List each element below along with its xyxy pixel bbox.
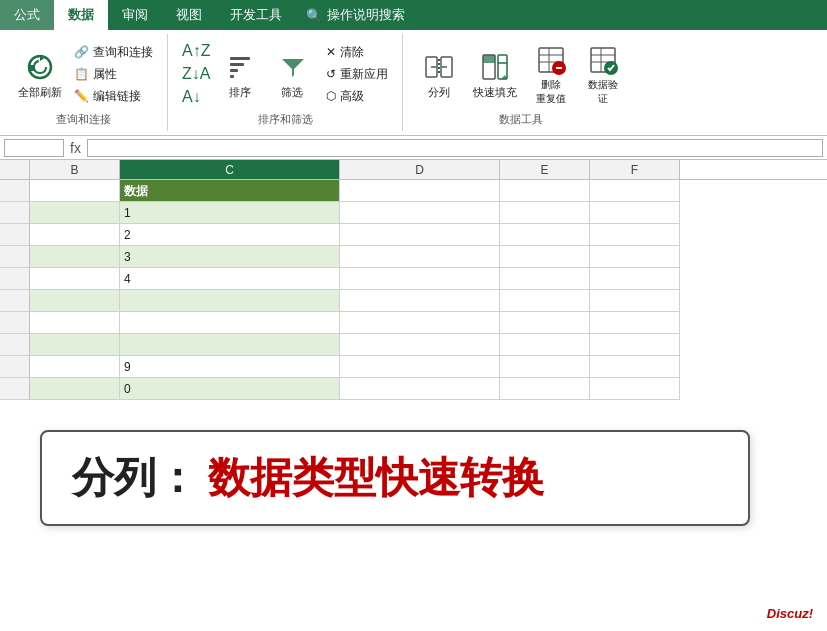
refresh-icon (22, 49, 58, 85)
btn-reapply[interactable]: ↺ 重新应用 (322, 64, 392, 85)
cell-f-7[interactable] (590, 334, 680, 356)
cell-e-6[interactable] (500, 312, 590, 334)
corner-spacer (0, 160, 30, 179)
cell-d-header[interactable] (340, 180, 500, 202)
tab-data[interactable]: 数据 (54, 0, 108, 30)
sort-az-col: A↑Z Z↓A A↓ (178, 40, 214, 108)
cell-f-2[interactable] (590, 224, 680, 246)
cell-f-1[interactable] (590, 202, 680, 224)
btn-quick-fill[interactable]: 快速填充 (465, 45, 525, 104)
cell-b-10[interactable] (30, 378, 120, 400)
group-data-tools-content: 分列 快速填充 (413, 38, 629, 110)
discuz-prefix: Discuz (767, 606, 809, 621)
filter-icon (274, 49, 310, 85)
col-header-b[interactable]: B (30, 160, 120, 179)
col-header-d[interactable]: D (340, 160, 500, 179)
cell-d-2[interactable] (340, 224, 500, 246)
cell-f-9[interactable] (590, 356, 680, 378)
cell-f-header[interactable] (590, 180, 680, 202)
cell-c-header[interactable]: 数据 (120, 180, 340, 202)
row-num (0, 312, 30, 334)
properties-icon: 📋 (74, 67, 89, 81)
btn-advanced[interactable]: ⬡ 高级 (322, 86, 392, 107)
cell-c-7[interactable] (120, 334, 340, 356)
cell-d-4[interactable] (340, 268, 500, 290)
cell-b-5[interactable] (30, 290, 120, 312)
cell-d-6[interactable] (340, 312, 500, 334)
cell-c-10[interactable]: 0 (120, 378, 340, 400)
cell-e-4[interactable] (500, 268, 590, 290)
cell-d-10[interactable] (340, 378, 500, 400)
cell-c-9[interactable]: 9 (120, 356, 340, 378)
group-query-content: 全部刷新 🔗 查询和连接 📋 属性 ✏️ 编辑链接 (10, 38, 157, 110)
cell-e-2[interactable] (500, 224, 590, 246)
cell-f-3[interactable] (590, 246, 680, 268)
cell-b-3[interactable] (30, 246, 120, 268)
btn-query-connect[interactable]: 🔗 查询和连接 (70, 42, 157, 63)
cell-b-6[interactable] (30, 312, 120, 334)
btn-properties[interactable]: 📋 属性 (70, 64, 157, 85)
sort-az-icon: A↑Z (182, 42, 210, 60)
ribbon-search[interactable]: 🔍 操作说明搜索 (296, 0, 415, 30)
edit-links-icon: ✏️ (74, 89, 89, 103)
cell-d-7[interactable] (340, 334, 500, 356)
tab-view[interactable]: 视图 (162, 0, 216, 30)
btn-edit-links[interactable]: ✏️ 编辑链接 (70, 86, 157, 107)
delete-label: 删除重复值 (536, 78, 566, 106)
tab-formula[interactable]: 公式 (0, 0, 54, 30)
col-header-c[interactable]: C (120, 160, 340, 179)
cell-e-5[interactable] (500, 290, 590, 312)
cell-d-3[interactable] (340, 246, 500, 268)
btn-sort-az[interactable]: A↑Z (178, 40, 214, 62)
btn-filter[interactable]: 筛选 (266, 45, 318, 104)
cell-e-header[interactable] (500, 180, 590, 202)
tab-review[interactable]: 审阅 (108, 0, 162, 30)
btn-split-columns[interactable]: 分列 (413, 45, 465, 104)
btn-clear[interactable]: ✕ 清除 (322, 42, 392, 63)
cell-d-5[interactable] (340, 290, 500, 312)
data-validate-icon (585, 42, 621, 78)
group-data-tools-label: 数据工具 (499, 112, 543, 127)
cell-b-1[interactable] (30, 202, 120, 224)
cell-c-5[interactable] (120, 290, 340, 312)
cell-e-1[interactable] (500, 202, 590, 224)
btn-refresh-all[interactable]: 全部刷新 (10, 45, 70, 104)
formula-input[interactable] (87, 139, 823, 157)
quick-fill-label: 快速填充 (473, 85, 517, 100)
cell-e-9[interactable] (500, 356, 590, 378)
cell-d-1[interactable] (340, 202, 500, 224)
group-sort-content: A↑Z Z↓A A↓ (178, 38, 392, 110)
btn-sort-za[interactable]: Z↓A (178, 63, 214, 85)
row-num (0, 268, 30, 290)
col-header-e[interactable]: E (500, 160, 590, 179)
cell-c-6[interactable] (120, 312, 340, 334)
cell-b-7[interactable] (30, 334, 120, 356)
cell-c-1[interactable]: 1 (120, 202, 340, 224)
cell-b-4[interactable] (30, 268, 120, 290)
cell-f-6[interactable] (590, 312, 680, 334)
cell-e-10[interactable] (500, 378, 590, 400)
cell-c-2[interactable]: 2 (120, 224, 340, 246)
group-sort-label: 排序和筛选 (258, 112, 313, 127)
table-row: 9 (0, 356, 827, 378)
cell-b-header[interactable] (30, 180, 120, 202)
tab-developer[interactable]: 开发工具 (216, 0, 296, 30)
btn-sort-za2[interactable]: A↓ (178, 86, 214, 108)
cell-d-9[interactable] (340, 356, 500, 378)
cell-f-4[interactable] (590, 268, 680, 290)
cell-f-5[interactable] (590, 290, 680, 312)
btn-delete-duplicates[interactable]: 删除重复值 (525, 38, 577, 110)
col-header-f[interactable]: F (590, 160, 680, 179)
btn-sort[interactable]: 排序 (214, 45, 266, 104)
sort-label: 排序 (229, 85, 251, 100)
cell-b-9[interactable] (30, 356, 120, 378)
group-sort-filter: A↑Z Z↓A A↓ (168, 34, 403, 131)
cell-reference-input[interactable] (4, 139, 64, 157)
cell-c-3[interactable]: 3 (120, 246, 340, 268)
cell-e-7[interactable] (500, 334, 590, 356)
btn-data-validate[interactable]: 数据验证 (577, 38, 629, 110)
cell-f-10[interactable] (590, 378, 680, 400)
cell-c-4[interactable]: 4 (120, 268, 340, 290)
cell-e-3[interactable] (500, 246, 590, 268)
cell-b-2[interactable] (30, 224, 120, 246)
